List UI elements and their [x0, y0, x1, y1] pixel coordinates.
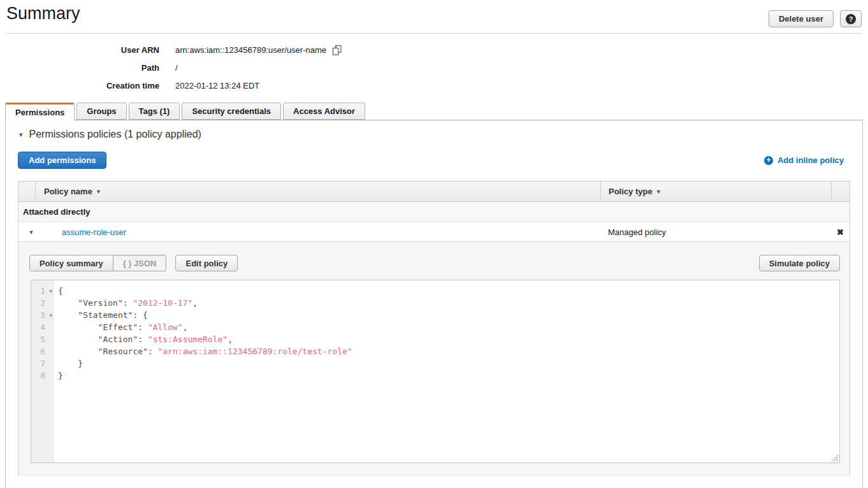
section-title: Permissions policies (1 policy applied): [29, 129, 201, 140]
detail-row-creation-time: Creation time 2022-01-12 13:24 EDT: [0, 76, 342, 94]
add-inline-policy-label: Add inline policy: [778, 155, 844, 165]
row-expand-caret[interactable]: ▾: [18, 229, 44, 236]
tab-permissions[interactable]: Permissions: [5, 103, 75, 120]
expand-caret-icon: ▾: [29, 229, 33, 236]
permissions-tab-panel: ▾ Permissions policies (1 policy applied…: [5, 120, 863, 488]
policy-table-header: Policy name ▾ Policy type ▾: [18, 182, 850, 202]
code-line: {: [58, 285, 839, 297]
sort-caret-icon: ▾: [657, 188, 660, 195]
path-label: Path: [0, 63, 159, 73]
tab-groups[interactable]: Groups: [76, 103, 126, 120]
user-arn-value: arn:aws:iam::123456789:user/user-name: [175, 45, 326, 55]
group-row-label: Attached directly: [23, 207, 90, 217]
policy-type-header-label: Policy type: [609, 187, 653, 196]
section-collapse-caret-icon: ▾: [19, 131, 23, 138]
policy-view-buttons: Policy summary { } JSON Edit policy: [29, 255, 238, 271]
gutter-line-number: 7: [31, 357, 53, 370]
actions-column-header: [831, 182, 850, 201]
copy-icon[interactable]: [332, 45, 342, 55]
tab-security-credentials[interactable]: Security credentials: [182, 103, 281, 120]
policy-name-column-header[interactable]: Policy name ▾: [36, 182, 600, 201]
creation-time-value: 2022-01-12 13:24 EDT: [175, 81, 259, 90]
detail-row-path: Path /: [0, 59, 342, 76]
code-line: "Action": "sts:AssumeRole",: [58, 333, 839, 345]
policy-type-column-header[interactable]: Policy type ▾: [600, 182, 831, 201]
tab-bar: Permissions Groups Tags (1) Security cre…: [5, 103, 367, 120]
gutter-line-number: 8: [31, 370, 53, 382]
add-permissions-button[interactable]: Add permissions: [18, 152, 106, 169]
policy-table: Policy name ▾ Policy type ▾ Attached dir…: [18, 181, 850, 476]
policy-table-row: ▾ assume-role-user Managed policy ✖: [18, 222, 850, 242]
fold-caret-icon[interactable]: ▾: [49, 310, 52, 322]
creation-time-label: Creation time: [0, 81, 159, 90]
tab-access-advisor[interactable]: Access Advisor: [283, 103, 365, 120]
user-arn-label: User ARN: [0, 45, 159, 55]
plus-circle-icon: +: [764, 156, 773, 165]
add-inline-policy-link[interactable]: + Add inline policy: [764, 155, 844, 165]
tab-tags[interactable]: Tags (1): [129, 103, 180, 120]
code-line: "Version": "2012-10-17",: [58, 297, 839, 309]
gutter-line-number: 1▾: [31, 285, 53, 297]
detail-row-user-arn: User ARN arn:aws:iam::123456789:user/use…: [0, 41, 342, 59]
view-toggle-group: Policy summary { } JSON: [29, 255, 166, 271]
expand-column-header: [18, 182, 36, 201]
permissions-policies-section-header[interactable]: ▾ Permissions policies (1 policy applied…: [19, 129, 201, 140]
code-line: }: [58, 357, 839, 370]
json-view-button[interactable]: { } JSON: [113, 255, 167, 271]
header-actions: Delete user ?: [769, 10, 862, 27]
gutter-line-number: 3▾: [31, 309, 53, 321]
edit-policy-button[interactable]: Edit policy: [175, 255, 238, 271]
gutter-line-number: 6: [31, 345, 53, 357]
attached-directly-group-row: Attached directly: [18, 202, 850, 222]
gutter-line-number: 4: [31, 321, 53, 333]
page-title: Summary: [6, 4, 80, 24]
sort-caret-icon: ▾: [97, 188, 100, 195]
path-value: /: [175, 63, 178, 73]
help-icon: ?: [846, 14, 856, 24]
code-line: }: [58, 370, 839, 382]
gutter-line-number: 2: [31, 297, 53, 309]
policy-name-header-label: Policy name: [44, 187, 92, 196]
code-line: "Statement": {: [58, 309, 839, 321]
remove-policy-button[interactable]: ✖: [831, 227, 850, 237]
gutter-line-number: 5: [31, 333, 53, 345]
code-line: "Effect": "Allow",: [58, 321, 839, 333]
policy-summary-button[interactable]: Policy summary: [29, 255, 113, 271]
json-code-editor[interactable]: 1▾23▾45678 { "Version": "2012-10-17", "S…: [31, 280, 840, 463]
help-button[interactable]: ?: [840, 10, 862, 27]
policy-detail-panel: Policy summary { } JSON Edit policy Simu…: [18, 242, 850, 477]
editor-code-area: { "Version": "2012-10-17", "Statement": …: [54, 280, 839, 463]
header-divider: [6, 33, 862, 34]
policy-type-cell: Managed policy: [600, 227, 831, 237]
delete-user-button[interactable]: Delete user: [769, 10, 834, 27]
iam-user-summary-page: Summary Delete user ? User ARN arn:aws:i…: [0, 0, 868, 488]
editor-gutter: 1▾23▾45678: [31, 280, 54, 463]
user-details: User ARN arn:aws:iam::123456789:user/use…: [0, 41, 342, 94]
policy-name-link[interactable]: assume-role-user: [62, 227, 126, 237]
code-line: "Resource": "arn:aws:iam::123456789:role…: [58, 345, 839, 357]
simulate-policy-button[interactable]: Simulate policy: [759, 255, 840, 271]
fold-caret-icon[interactable]: ▾: [49, 285, 52, 298]
